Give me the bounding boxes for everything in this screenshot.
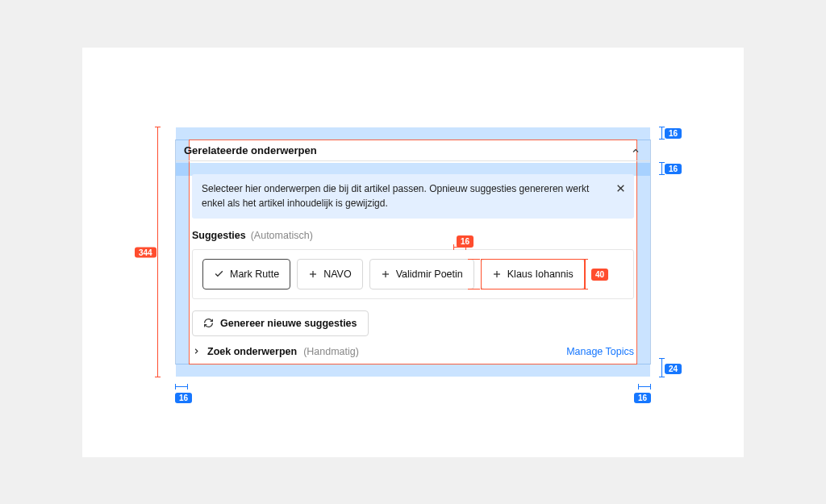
chip-label: Mark Rutte	[230, 269, 279, 280]
search-topics-sublabel: (Handmatig)	[303, 346, 359, 357]
chip-gap-cap2	[465, 244, 466, 250]
chip-navo[interactable]: NAVO	[297, 259, 363, 289]
chip-height-cap1	[582, 259, 588, 260]
manage-topics-link[interactable]: Manage Topics	[566, 346, 634, 357]
chip-label: Validmir Poetin	[396, 269, 463, 280]
suggestions-heading: Suggesties (Automatisch)	[192, 230, 634, 241]
chip-gap-cap1	[453, 244, 454, 250]
bottom-right-badge: 24	[665, 364, 682, 374]
panel-wrap: 344 16 16 24 16 16	[175, 140, 651, 364]
chip-label: NAVO	[323, 269, 352, 280]
height-badge: 344	[135, 247, 156, 257]
suggestions-sublabel: (Automatisch)	[251, 230, 313, 241]
search-topics-label: Zoek onderwerpen	[207, 346, 297, 357]
suggestion-chip-row: Mark Rutte NAVO Validmir P	[192, 249, 634, 299]
chip-gap-bar	[453, 247, 466, 248]
height-measure-cap-top	[155, 127, 161, 127]
close-icon[interactable]	[615, 183, 626, 194]
measure-header-gap-bar	[661, 162, 662, 175]
related-topics-panel: Gerelateerde onderwerpen Selecteer hier …	[175, 140, 651, 364]
measure-bottom-right-cap2	[659, 358, 665, 359]
chevron-right-icon	[192, 347, 201, 356]
refresh-icon	[203, 318, 214, 328]
chip-row-wrap: 16 Mark Rutte	[192, 249, 634, 299]
search-topics-row: Zoek onderwerpen (Handmatig) Manage Topi…	[192, 346, 634, 357]
suggestions-label: Suggesties	[192, 230, 246, 241]
panel-title: Gerelateerde onderwerpen	[184, 144, 317, 156]
generate-suggestions-button[interactable]: Genereer nieuwe suggesties	[192, 310, 369, 336]
chip-height-cap2	[582, 289, 588, 289]
height-measure-cap-bottom	[155, 377, 161, 377]
chip-label: Klaus Iohannis	[507, 269, 574, 280]
measure-bottom-right-cap1	[659, 377, 665, 377]
right-pad-badge: 16	[634, 393, 651, 403]
header-gap-badge: 16	[665, 164, 682, 174]
info-banner: Selecteer hier onderwerpen die bij dit a…	[192, 174, 634, 219]
chip-mark-rutte[interactable]: Mark Rutte	[202, 259, 290, 289]
search-topics-toggle[interactable]: Zoek onderwerpen (Handmatig)	[192, 346, 359, 357]
measure-right-pad-cap1	[650, 384, 651, 389]
top-gap-badge: 16	[665, 128, 682, 139]
measure-top-outer-cap1	[659, 127, 665, 127]
plus-icon	[381, 269, 390, 279]
chip-poetin[interactable]: Validmir Poetin	[369, 259, 474, 289]
measure-left-pad-cap2	[187, 384, 188, 389]
measure-header-gap-cap1	[659, 162, 665, 163]
panel-header[interactable]: Gerelateerde onderwerpen	[176, 140, 650, 161]
plus-icon	[308, 269, 318, 279]
generate-label: Genereer nieuwe suggesties	[220, 318, 357, 329]
design-canvas: 344 16 16 24 16 16	[82, 48, 744, 457]
highlight-bottom	[176, 364, 650, 377]
height-measure-bar	[157, 127, 158, 377]
collapse-icon[interactable]	[631, 146, 640, 156]
measure-right-pad-bar	[638, 386, 651, 387]
chip-iohannis[interactable]: Klaus Iohannis	[481, 259, 585, 289]
measure-left-pad-cap1	[175, 384, 176, 389]
chip-height-badge: 40	[591, 269, 608, 281]
measure-header-gap-cap2	[659, 174, 665, 175]
chip-height-bar	[585, 259, 586, 289]
measure-top-outer-bar	[661, 127, 662, 140]
measure-top-outer-cap2	[659, 139, 665, 140]
check-icon	[214, 269, 224, 279]
info-text: Selecteer hier onderwerpen die bij dit a…	[202, 182, 607, 210]
panel-body: Selecteer hier onderwerpen die bij dit a…	[176, 161, 650, 364]
measure-bottom-right-bar	[661, 358, 662, 377]
highlight-top	[176, 127, 650, 140]
left-pad-badge: 16	[175, 393, 192, 403]
measure-left-pad-bar	[175, 386, 188, 387]
measure-right-pad-cap2	[638, 384, 639, 389]
plus-icon	[492, 269, 502, 279]
